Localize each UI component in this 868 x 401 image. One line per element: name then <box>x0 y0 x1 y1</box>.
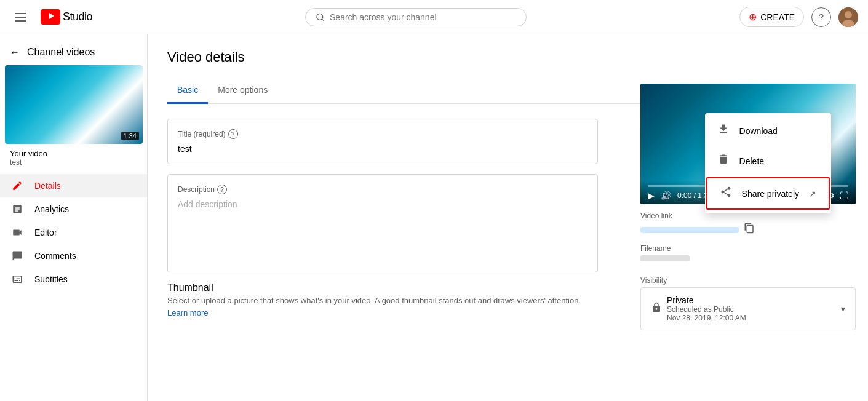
title-help-icon[interactable]: ? <box>228 129 238 139</box>
thumbnail-learn-more[interactable]: Learn more <box>167 308 208 317</box>
sidebar-video-thumbnail[interactable]: 1:34 <box>5 65 143 144</box>
share-icon <box>720 186 732 201</box>
details-icon <box>10 180 25 191</box>
video-link-row: Video link <box>640 212 856 237</box>
play-button[interactable]: ▶ <box>648 191 655 200</box>
title-label: Title (required) ? <box>178 129 587 139</box>
external-link-icon: ↗ <box>809 189 816 199</box>
private-icon <box>651 302 662 316</box>
sidebar-video-info: Your video test <box>0 144 147 169</box>
sidebar-comments-label: Comments <box>34 251 76 261</box>
top-nav: Studio ⊕ CREATE ? <box>0 0 868 34</box>
filename-row: Filename <box>640 244 856 261</box>
sidebar-back[interactable]: ← Channel videos <box>0 39 147 65</box>
create-label: CREATE <box>760 12 795 22</box>
visibility-section[interactable]: Private Scheduled as Public Nov 28, 2019… <box>640 287 856 330</box>
sidebar-nav: Details Analytics Editor Comments <box>0 174 147 291</box>
sidebar-subtitles-label: Subtitles <box>34 274 68 284</box>
dropdown-menu: Download Delete Share privately ↗ <box>705 113 831 213</box>
logo-text: Studio <box>63 10 92 23</box>
dropdown-delete[interactable]: Delete <box>705 146 831 176</box>
video-link-bar <box>640 227 739 233</box>
thumbnail-title: Thumbnail <box>167 282 598 293</box>
svg-marker-0 <box>49 13 54 19</box>
sidebar-item-comments[interactable]: Comments <box>0 244 147 268</box>
tab-basic[interactable]: Basic <box>167 77 208 104</box>
main-content: Video details Basic More options Title (… <box>148 34 868 401</box>
hamburger-menu[interactable] <box>10 8 31 26</box>
help-button[interactable]: ? <box>811 7 831 27</box>
sidebar-analytics-label: Analytics <box>34 204 69 214</box>
visibility-status: Private <box>667 295 836 305</box>
search-icon <box>316 12 325 22</box>
description-label: Description ? <box>178 185 587 194</box>
sidebar-item-editor[interactable]: Editor <box>0 221 147 244</box>
share-label: Share privately <box>742 189 799 199</box>
sidebar-item-analytics[interactable]: Analytics <box>0 197 147 221</box>
back-label: Channel videos <box>27 47 95 58</box>
dropdown-share[interactable]: Share privately ↗ <box>706 177 830 210</box>
video-duration: 1:34 <box>121 132 139 140</box>
thumbnail-section: Thumbnail Select or upload a picture tha… <box>167 282 598 317</box>
visibility-label-text: Visibility <box>640 276 856 285</box>
sidebar: ← Channel videos 1:34 Your video test De… <box>0 34 148 401</box>
sidebar-item-subtitles[interactable]: Subtitles <box>0 268 147 291</box>
visibility-scheduled: Scheduled as Public Nov 28, 2019, 12:00 … <box>667 305 836 322</box>
delete-label: Delete <box>739 156 764 166</box>
volume-button[interactable]: 🔊 <box>661 191 671 200</box>
avatar[interactable] <box>838 7 858 27</box>
logo[interactable]: Studio <box>41 9 92 25</box>
description-help-icon[interactable]: ? <box>217 185 227 194</box>
copy-link-button[interactable] <box>744 223 755 237</box>
search-bar <box>92 8 739 26</box>
comments-icon <box>10 250 25 261</box>
analytics-icon <box>10 204 25 215</box>
form-section: Title (required) ? Description ? Add des… <box>167 119 598 317</box>
fullscreen-button[interactable]: ⛶ <box>840 191 848 200</box>
filename-label: Filename <box>640 244 856 253</box>
visibility-info: Private Scheduled as Public Nov 28, 2019… <box>667 295 836 322</box>
thumbnail-desc: Select or upload a picture that shows wh… <box>167 296 598 305</box>
subtitles-icon <box>10 274 25 285</box>
your-video-label: Your video <box>10 149 137 158</box>
editor-icon <box>10 227 25 238</box>
video-name: test <box>10 158 137 167</box>
page-title: Video details <box>167 49 848 65</box>
visibility-dropdown-arrow[interactable]: ▾ <box>841 304 845 314</box>
sidebar-item-details[interactable]: Details <box>0 174 147 197</box>
title-input[interactable] <box>178 144 587 154</box>
back-arrow-icon: ← <box>10 47 20 58</box>
sidebar-editor-label: Editor <box>34 228 57 237</box>
sidebar-item-label: Details <box>34 181 61 191</box>
svg-point-4 <box>845 11 852 18</box>
title-field-group: Title (required) ? <box>167 119 598 164</box>
help-label: ? <box>819 12 824 22</box>
dropdown-download[interactable]: Download <box>705 116 831 146</box>
filename-bar <box>640 255 690 261</box>
delete-icon <box>717 153 730 169</box>
description-placeholder[interactable]: Add description <box>178 199 587 209</box>
search-input[interactable] <box>330 12 516 22</box>
description-field-group: Description ? Add description <box>167 174 598 272</box>
video-meta: Video link Filename <box>640 204 856 276</box>
create-button[interactable]: ⊕ CREATE <box>739 7 804 27</box>
svg-line-2 <box>322 18 324 20</box>
download-icon <box>717 123 730 138</box>
svg-point-1 <box>317 14 323 20</box>
download-label: Download <box>739 126 778 136</box>
create-icon: ⊕ <box>749 11 757 23</box>
tab-more-options[interactable]: More options <box>208 77 277 104</box>
